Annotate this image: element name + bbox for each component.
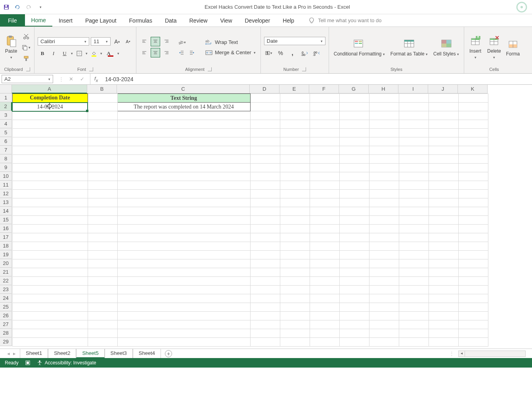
cell-A1[interactable]: Completion Date — [12, 94, 88, 103]
cell-I10[interactable] — [399, 172, 429, 181]
cell-A7[interactable] — [12, 146, 88, 155]
cell-H23[interactable] — [369, 286, 399, 294]
cell-A26[interactable] — [12, 312, 88, 320]
comma-icon[interactable]: , — [288, 48, 297, 58]
cell-C15[interactable] — [117, 216, 250, 225]
cell-I23[interactable] — [399, 286, 429, 294]
cell-G14[interactable] — [339, 207, 369, 216]
cell-C24[interactable] — [117, 294, 250, 303]
cell-J12[interactable] — [429, 190, 458, 198]
cell-K19[interactable] — [458, 251, 488, 259]
cell-F26[interactable] — [310, 312, 339, 320]
cell-B18[interactable] — [88, 242, 117, 251]
cell-G17[interactable] — [339, 233, 369, 242]
col-header-D[interactable]: D — [250, 85, 279, 93]
wrap-text-button[interactable]: ab Wrap Text — [204, 38, 257, 46]
cell-C23[interactable] — [117, 286, 250, 294]
cell-H25[interactable] — [369, 303, 399, 312]
row-header-8[interactable]: 8 — [0, 154, 12, 163]
cell-H15[interactable] — [369, 216, 399, 225]
sheet-tab-sheet2[interactable]: Sheet2 — [48, 349, 76, 358]
cell-K20[interactable] — [458, 259, 488, 268]
number-launcher-icon[interactable] — [302, 67, 306, 71]
cell-F19[interactable] — [310, 251, 339, 259]
row-header-9[interactable]: 9 — [0, 163, 12, 172]
cell-H6[interactable] — [369, 137, 399, 146]
cell-F4[interactable] — [310, 120, 339, 129]
cell-G25[interactable] — [339, 303, 369, 312]
font-launcher-icon[interactable] — [89, 67, 93, 71]
cell-A8[interactable] — [12, 155, 88, 164]
cell-I8[interactable] — [399, 155, 429, 164]
cell-C25[interactable] — [117, 303, 250, 312]
increase-decimal-icon[interactable]: .0.00 — [300, 48, 309, 58]
cell-G28[interactable] — [339, 329, 369, 338]
cell-B8[interactable] — [88, 155, 117, 164]
cell-I28[interactable] — [399, 329, 429, 338]
cell-F21[interactable] — [310, 268, 339, 277]
cell-E21[interactable] — [280, 268, 310, 277]
cell-C7[interactable] — [117, 146, 250, 155]
cell-E23[interactable] — [280, 286, 310, 294]
cell-I12[interactable] — [399, 190, 429, 198]
cell-K17[interactable] — [458, 233, 488, 242]
cell-B5[interactable] — [88, 129, 117, 137]
cell-B17[interactable] — [88, 233, 117, 242]
cell-B11[interactable] — [88, 181, 117, 190]
cell-F28[interactable] — [310, 329, 339, 338]
cell-A29[interactable] — [12, 338, 88, 347]
cell-H9[interactable] — [369, 164, 399, 172]
cell-A4[interactable] — [12, 120, 88, 129]
cell-D14[interactable] — [250, 207, 280, 216]
cell-B28[interactable] — [88, 329, 117, 338]
cell-K7[interactable] — [458, 146, 488, 155]
cell-J28[interactable] — [429, 329, 458, 338]
column-headers[interactable]: ABCDEFGHIJK — [12, 85, 488, 93]
cell-D21[interactable] — [250, 268, 280, 277]
cell-J5[interactable] — [429, 129, 458, 137]
cell-E29[interactable] — [280, 338, 310, 347]
cell-J27[interactable] — [429, 320, 458, 329]
cell-G29[interactable] — [339, 338, 369, 347]
cell-D1[interactable] — [250, 94, 280, 103]
cell-C17[interactable] — [117, 233, 250, 242]
fill-color-icon[interactable] — [89, 49, 99, 58]
row-header-25[interactable]: 25 — [0, 303, 12, 311]
tab-view[interactable]: View — [214, 14, 238, 27]
paste-button[interactable]: Paste▾ — [3, 33, 19, 61]
cell-J1[interactable] — [429, 94, 458, 103]
cell-A16[interactable] — [12, 225, 88, 233]
cell-D25[interactable] — [250, 303, 280, 312]
cell-F14[interactable] — [310, 207, 339, 216]
cell-G4[interactable] — [339, 120, 369, 129]
cell-G19[interactable] — [339, 251, 369, 259]
col-header-A[interactable]: A — [12, 85, 87, 93]
cell-D8[interactable] — [250, 155, 280, 164]
row-header-10[interactable]: 10 — [0, 172, 12, 181]
cell-H20[interactable] — [369, 259, 399, 268]
cell-A21[interactable] — [12, 268, 88, 277]
cell-C5[interactable] — [117, 129, 250, 137]
align-top-center-icon[interactable] — [151, 37, 160, 46]
cell-A13[interactable] — [12, 198, 88, 207]
row-headers[interactable]: 1234567891011121314151617181920212223242… — [0, 93, 12, 346]
cell-C9[interactable] — [117, 164, 250, 172]
cell-H29[interactable] — [369, 338, 399, 347]
cell-I20[interactable] — [399, 259, 429, 268]
cell-F24[interactable] — [310, 294, 339, 303]
cell-I19[interactable] — [399, 251, 429, 259]
cell-J29[interactable] — [429, 338, 458, 347]
spreadsheet-grid[interactable]: ABCDEFGHIJK 1234567891011121314151617181… — [0, 85, 532, 349]
cell-J2[interactable] — [429, 103, 458, 111]
cell-K1[interactable] — [458, 94, 488, 103]
col-header-K[interactable]: K — [458, 85, 488, 93]
cell-H7[interactable] — [369, 146, 399, 155]
cell-I29[interactable] — [399, 338, 429, 347]
col-header-I[interactable]: I — [398, 85, 428, 93]
cell-E2[interactable] — [280, 103, 310, 111]
cell-J3[interactable] — [429, 111, 458, 120]
cell-J8[interactable] — [429, 155, 458, 164]
cell-G2[interactable] — [339, 103, 369, 111]
row-header-29[interactable]: 29 — [0, 337, 12, 346]
sheet-tab-sheet3[interactable]: Sheet3 — [105, 349, 133, 358]
